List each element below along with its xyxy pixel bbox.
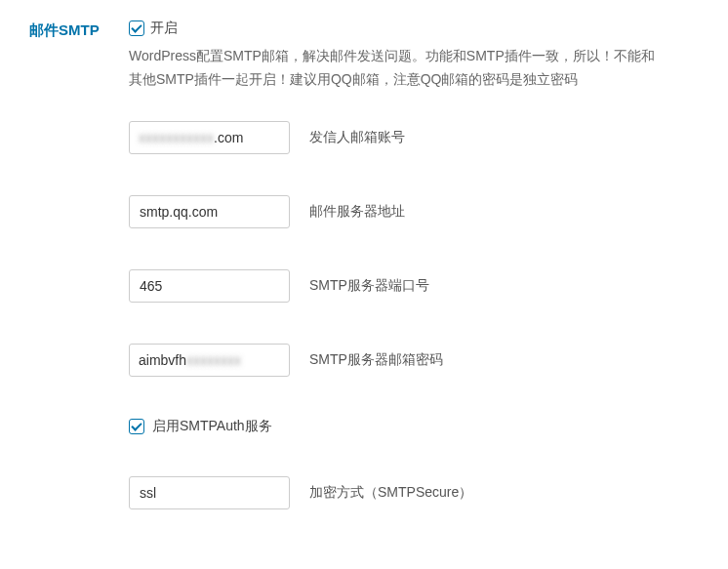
server-input[interactable] — [129, 195, 290, 228]
secure-label: 加密方式（SMTPSecure） — [309, 484, 472, 502]
enable-label: 开启 — [150, 20, 178, 37]
sender-email-label: 发信人邮箱账号 — [309, 129, 405, 146]
enable-checkbox[interactable] — [129, 20, 144, 36]
password-label: SMTP服务器邮箱密码 — [309, 351, 443, 369]
smtp-auth-label: 启用SMTPAuth服务 — [152, 418, 272, 435]
section-title: 邮件SMTP — [29, 21, 100, 38]
section-description: WordPress配置SMTP邮箱，解决邮件发送问题。功能和SMTP插件一致，所… — [129, 45, 656, 92]
password-input[interactable] — [129, 344, 290, 377]
port-input[interactable] — [129, 269, 290, 303]
secure-input[interactable] — [129, 476, 290, 509]
sender-email-input[interactable] — [129, 121, 290, 154]
server-label: 邮件服务器地址 — [309, 203, 405, 221]
smtp-auth-checkbox[interactable] — [129, 419, 144, 434]
port-label: SMTP服务器端口号 — [309, 277, 429, 295]
